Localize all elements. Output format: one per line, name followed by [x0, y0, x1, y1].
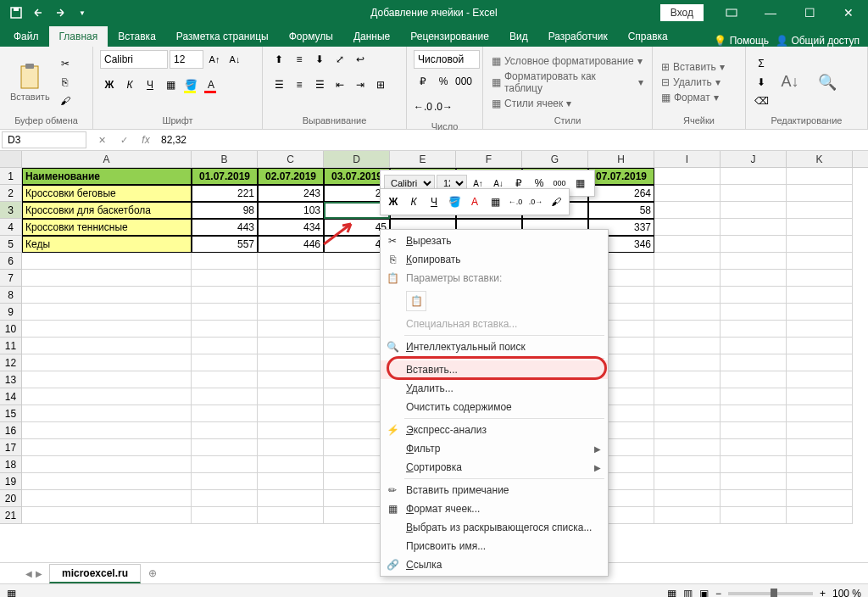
cell[interactable]: [192, 507, 258, 524]
comma-icon[interactable]: 000: [454, 72, 473, 91]
cell[interactable]: [654, 388, 721, 405]
cell[interactable]: [192, 405, 258, 422]
orientation-icon[interactable]: ⤢: [331, 50, 349, 69]
cell[interactable]: [787, 338, 853, 354]
row-header[interactable]: 8: [0, 287, 22, 304]
cell[interactable]: [654, 439, 721, 456]
zoom-in-icon[interactable]: +: [820, 588, 826, 598]
cell[interactable]: [654, 507, 721, 524]
undo-icon[interactable]: [29, 3, 47, 22]
align-right-icon[interactable]: ☰: [310, 75, 329, 94]
format-painter-icon[interactable]: 🖌: [57, 92, 74, 109]
cell[interactable]: [721, 202, 787, 219]
cell[interactable]: [787, 185, 853, 202]
cell[interactable]: [258, 439, 324, 456]
row-header[interactable]: 7: [0, 270, 22, 287]
mini-painter-icon[interactable]: 🖌: [547, 192, 565, 211]
row-header[interactable]: 1: [0, 168, 22, 185]
cell[interactable]: [258, 304, 324, 321]
cell[interactable]: [192, 490, 258, 507]
number-format-select[interactable]: [414, 50, 480, 69]
cell[interactable]: [192, 371, 258, 388]
fx-icon[interactable]: fx: [137, 131, 154, 148]
align-bottom-icon[interactable]: ⬇: [310, 50, 329, 69]
cell[interactable]: [654, 287, 721, 304]
cell[interactable]: [721, 236, 787, 253]
select-all-corner[interactable]: [0, 151, 22, 167]
context-menu-item[interactable]: Вставить...: [381, 360, 608, 379]
context-menu-item[interactable]: Очистить содержимое: [381, 398, 608, 416]
tab-insert[interactable]: Вставка: [108, 26, 166, 47]
col-header-h[interactable]: H: [588, 151, 654, 167]
cell[interactable]: [721, 388, 787, 405]
cell[interactable]: [192, 473, 258, 490]
row-header[interactable]: 5: [0, 236, 22, 253]
mini-italic-icon[interactable]: К: [404, 192, 423, 211]
cell[interactable]: [22, 371, 192, 388]
cell[interactable]: 103: [258, 202, 324, 219]
cell[interactable]: [721, 168, 787, 185]
save-icon[interactable]: [7, 3, 25, 22]
cell[interactable]: [258, 507, 324, 524]
font-select[interactable]: [100, 50, 168, 69]
tab-review[interactable]: Рецензирование: [400, 26, 499, 47]
cell[interactable]: [654, 338, 721, 354]
format-cells-button[interactable]: ▦ Формат ▾: [659, 91, 726, 104]
mini-border-icon[interactable]: ▦: [570, 174, 589, 192]
cell[interactable]: [721, 253, 787, 270]
row-header[interactable]: 15: [0, 405, 22, 422]
cell[interactable]: [22, 287, 192, 304]
cell[interactable]: [654, 236, 721, 253]
cell[interactable]: [654, 321, 721, 338]
sort-filter-button[interactable]: A↓: [773, 65, 807, 99]
tab-file[interactable]: Файл: [3, 26, 49, 47]
cell[interactable]: [258, 354, 324, 371]
cell[interactable]: [258, 456, 324, 473]
cell[interactable]: [22, 439, 192, 456]
cell[interactable]: 557: [192, 236, 258, 253]
cell[interactable]: [721, 185, 787, 202]
cell[interactable]: [654, 422, 721, 439]
context-menu-item[interactable]: Присвоить имя...: [381, 537, 608, 555]
row-header[interactable]: 10: [0, 321, 22, 338]
cell[interactable]: [22, 338, 192, 354]
cell[interactable]: [787, 253, 853, 270]
cell[interactable]: [192, 388, 258, 405]
cell[interactable]: [258, 388, 324, 405]
fill-icon[interactable]: ⬇: [753, 74, 770, 91]
cell[interactable]: [654, 490, 721, 507]
percent-icon[interactable]: %: [434, 72, 453, 91]
cell[interactable]: [22, 507, 192, 524]
cell[interactable]: [258, 473, 324, 490]
cell[interactable]: [721, 354, 787, 371]
view-normal-icon[interactable]: ▦: [667, 588, 676, 598]
cell[interactable]: [787, 321, 853, 338]
tab-developer[interactable]: Разработчик: [538, 26, 618, 47]
row-header[interactable]: 11: [0, 338, 22, 354]
grow-font-icon[interactable]: A↑: [205, 50, 224, 69]
cell-styles-button[interactable]: ▦ Стили ячеек ▾: [490, 97, 645, 110]
copy-icon[interactable]: ⎘: [57, 74, 74, 91]
cell[interactable]: 01.07.2019: [192, 168, 258, 185]
context-menu-item[interactable]: 🔗Ссылка: [381, 555, 608, 574]
row-header[interactable]: 21: [0, 507, 22, 524]
conditional-format-button[interactable]: ▦ Условное форматирование ▾: [490, 54, 645, 68]
cell[interactable]: [787, 388, 853, 405]
mini-font-color-icon[interactable]: A: [465, 192, 484, 211]
cell[interactable]: [787, 219, 853, 236]
cell[interactable]: [654, 473, 721, 490]
context-menu-item[interactable]: Фильтр▶: [381, 439, 608, 458]
cell[interactable]: [192, 456, 258, 473]
col-header-j[interactable]: J: [721, 151, 787, 167]
col-header-d[interactable]: D: [324, 151, 390, 167]
col-header-b[interactable]: B: [192, 151, 258, 167]
cell[interactable]: [787, 456, 853, 473]
cell[interactable]: [721, 371, 787, 388]
cell[interactable]: 02.07.2019: [258, 168, 324, 185]
indent-dec-icon[interactable]: ⇤: [331, 75, 349, 94]
row-header[interactable]: 14: [0, 388, 22, 405]
cell[interactable]: [258, 270, 324, 287]
cell[interactable]: [787, 202, 853, 219]
login-button[interactable]: Вход: [660, 4, 704, 21]
cell[interactable]: [787, 236, 853, 253]
